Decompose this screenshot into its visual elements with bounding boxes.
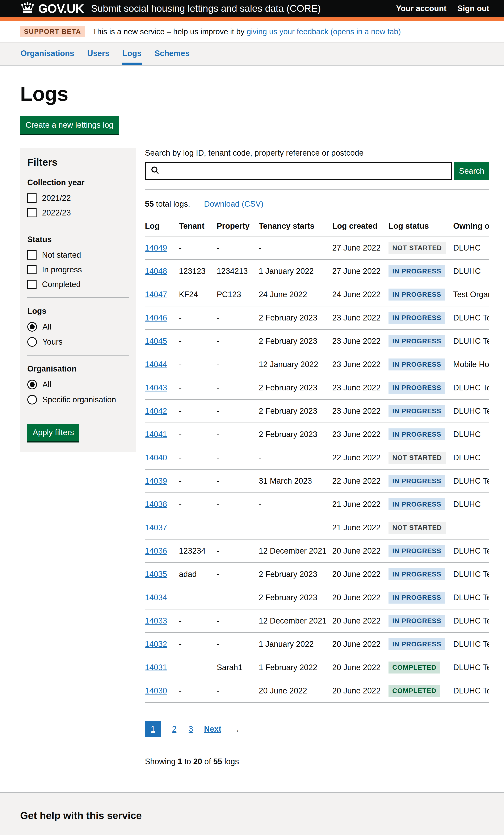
log-id-link[interactable]: 14040: [145, 453, 167, 462]
logs-table: Log Tenant Property Tenancy starts Log c…: [145, 217, 489, 703]
royal-coat-of-arms: [420, 834, 469, 835]
log-status-cell: IN PROGRESS: [388, 469, 453, 493]
pagination-page-2[interactable]: 2: [171, 721, 178, 737]
nav-item-schemes[interactable]: Schemes: [154, 43, 190, 65]
log-id-link[interactable]: 14038: [145, 500, 167, 509]
log-id-link[interactable]: 14032: [145, 640, 167, 649]
status-badge: IN PROGRESS: [388, 312, 445, 324]
total-logs-count: 55: [145, 200, 154, 208]
footer: Get help with this service Online helpde…: [0, 792, 504, 835]
col-header-property: Property: [217, 217, 259, 236]
log-id-link[interactable]: 14031: [145, 663, 167, 672]
checkbox-2021-22[interactable]: [27, 194, 37, 203]
tenancy-starts-cell: 2 February 2023: [259, 306, 332, 329]
log-created-cell: 23 June 2022: [332, 306, 388, 329]
log-id-link[interactable]: 14037: [145, 523, 167, 532]
pagination-page-3[interactable]: 3: [187, 721, 194, 737]
log-created-cell: 20 June 2022: [332, 563, 388, 586]
checkbox-option-completed[interactable]: Completed: [27, 280, 129, 289]
log-id-link[interactable]: 14042: [145, 407, 167, 415]
search-input[interactable]: [163, 166, 446, 176]
filter-divider: [27, 355, 129, 355]
checkbox-completed[interactable]: [27, 280, 37, 289]
pagination-next[interactable]: Next: [204, 721, 221, 737]
sign-out-link[interactable]: Sign out: [457, 4, 489, 13]
tenancy-starts-cell: 2 February 2023: [259, 376, 332, 400]
radio-logs-all[interactable]: [27, 322, 37, 332]
radio-logs-yours[interactable]: [27, 337, 37, 347]
log-id-link[interactable]: 14033: [145, 616, 167, 625]
property-cell: -: [217, 609, 259, 633]
log-id-link[interactable]: 14047: [145, 290, 167, 299]
property-cell: -: [217, 329, 259, 353]
filter-divider: [27, 226, 129, 226]
log-id-link[interactable]: 14030: [145, 686, 167, 695]
radio-option-org-specific[interactable]: Specific organisation: [27, 395, 129, 405]
log-id-link[interactable]: 14044: [145, 360, 167, 369]
organisation-filter-title: Organisation: [27, 364, 129, 373]
showing-to: 20: [193, 757, 202, 766]
table-row: 14047KF24PC12324 June 202224 June 2022IN…: [145, 283, 489, 306]
property-cell: -: [217, 236, 259, 260]
log-created-cell: 23 June 2022: [332, 423, 388, 446]
status-badge: NOT STARTED: [388, 522, 446, 534]
log-created-cell: 20 June 2022: [332, 609, 388, 633]
checkbox-option-2021-22[interactable]: 2021/22: [27, 194, 129, 203]
log-id-link[interactable]: 14036: [145, 547, 167, 555]
arrow-right-icon: →: [231, 724, 241, 735]
log-status-cell: NOT STARTED: [388, 446, 453, 469]
tenant-cell: -: [179, 353, 217, 376]
nav-item-users[interactable]: Users: [87, 43, 110, 65]
checkbox-option-2022-23[interactable]: 2022/23: [27, 208, 129, 217]
checkbox-label: Completed: [42, 280, 81, 289]
showing-of: 55: [213, 757, 222, 766]
log-id-link[interactable]: 14035: [145, 570, 167, 578]
tenancy-starts-cell: 2 February 2023: [259, 423, 332, 446]
your-account-link[interactable]: Your account: [396, 4, 446, 13]
create-lettings-log-button[interactable]: Create a new lettings log: [20, 116, 119, 134]
beta-tag: SUPPORT BETA: [20, 26, 85, 37]
govuk-logo[interactable]: GOV.UK: [20, 1, 84, 16]
service-name[interactable]: Submit social housing lettings and sales…: [91, 3, 321, 14]
checkbox-in-progress[interactable]: [27, 265, 37, 274]
log-status-cell: IN PROGRESS: [388, 353, 453, 376]
log-status-cell: IN PROGRESS: [388, 260, 453, 283]
radio-org-specific[interactable]: [27, 395, 37, 405]
log-created-cell: 23 June 2022: [332, 329, 388, 353]
log-status-cell: COMPLETED: [388, 656, 453, 679]
nav-item-organisations[interactable]: Organisations: [20, 43, 75, 65]
nav-item-logs[interactable]: Logs: [122, 43, 142, 65]
pagination-page-1-current[interactable]: 1: [145, 721, 161, 737]
search-button[interactable]: Search: [454, 162, 489, 180]
property-cell: -: [217, 376, 259, 400]
checkbox-option-in-progress[interactable]: In progress: [27, 265, 129, 274]
log-id-link[interactable]: 14046: [145, 313, 167, 322]
radio-option-logs-yours[interactable]: Yours: [27, 337, 129, 347]
log-id-link[interactable]: 14048: [145, 267, 167, 276]
owning-organisation-cell: DLUHC Test: [453, 609, 489, 633]
log-id-link[interactable]: 14039: [145, 476, 167, 485]
property-cell: -: [217, 493, 259, 516]
log-status-cell: IN PROGRESS: [388, 493, 453, 516]
radio-label: Yours: [42, 338, 63, 347]
radio-org-all[interactable]: [27, 380, 37, 389]
log-created-cell: 23 June 2022: [332, 353, 388, 376]
col-header-log-status: Log status: [388, 217, 453, 236]
radio-option-org-all[interactable]: All: [27, 380, 129, 389]
log-id-link[interactable]: 14034: [145, 593, 167, 602]
log-id-link[interactable]: 14049: [145, 243, 167, 252]
radio-option-logs-all[interactable]: All: [27, 322, 129, 332]
log-id-link[interactable]: 14041: [145, 430, 167, 439]
log-created-cell: 24 June 2022: [332, 283, 388, 306]
checkbox-option-not-started[interactable]: Not started: [27, 250, 129, 260]
download-csv-link[interactable]: Download (CSV): [204, 200, 264, 208]
checkbox-2022-23[interactable]: [27, 208, 37, 217]
showing-suffix: logs: [222, 757, 239, 766]
apply-filters-button[interactable]: Apply filters: [27, 424, 79, 441]
log-status-cell: IN PROGRESS: [388, 376, 453, 400]
log-id-link[interactable]: 14043: [145, 383, 167, 392]
feedback-link[interactable]: giving us your feedback (opens in a new …: [246, 27, 401, 36]
tenancy-starts-cell: -: [259, 493, 332, 516]
log-id-link[interactable]: 14045: [145, 337, 167, 345]
checkbox-not-started[interactable]: [27, 250, 37, 260]
